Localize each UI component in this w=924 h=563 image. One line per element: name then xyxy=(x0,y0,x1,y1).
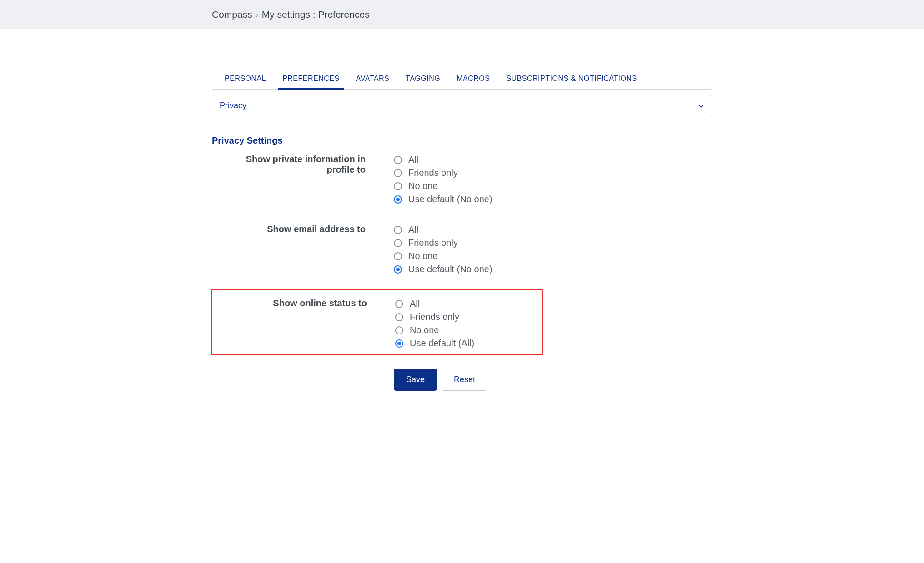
subsection-select[interactable]: Privacy xyxy=(212,95,712,116)
radio-option[interactable]: Friends only xyxy=(394,166,712,179)
radio-input[interactable] xyxy=(394,239,402,247)
radio-input[interactable] xyxy=(394,252,402,260)
option-list: AllFriends onlyNo oneUse default (No one… xyxy=(394,153,712,206)
radio-label: No one xyxy=(408,251,438,261)
option-list: AllFriends onlyNo oneUse default (No one… xyxy=(394,223,712,276)
tab-personal[interactable]: PERSONAL xyxy=(225,70,266,89)
breadcrumb-root[interactable]: Compass xyxy=(212,9,252,20)
radio-label: All xyxy=(408,224,418,235)
setting-label: Show online status to xyxy=(212,297,395,309)
radio-option[interactable]: Friends only xyxy=(394,236,712,249)
radio-option[interactable]: Use default (All) xyxy=(395,337,542,350)
subsection-select-value: Privacy xyxy=(220,101,246,110)
radio-label: All xyxy=(408,154,418,165)
setting-group: Show email address toAllFriends onlyNo o… xyxy=(212,219,712,289)
setting-group: Show private information in profile toAl… xyxy=(212,149,712,219)
radio-label: No one xyxy=(410,325,439,335)
chevron-right-icon: › xyxy=(256,11,258,19)
setting-label: Show email address to xyxy=(212,223,394,234)
tab-preferences[interactable]: PREFERENCES xyxy=(282,70,340,89)
radio-option[interactable]: No one xyxy=(394,179,712,193)
setting-label: Show private information in profile to xyxy=(212,153,394,175)
radio-input[interactable] xyxy=(394,226,402,234)
radio-option[interactable]: Friends only xyxy=(395,310,542,324)
radio-option[interactable]: All xyxy=(394,153,712,166)
radio-input[interactable] xyxy=(395,326,403,334)
radio-option[interactable]: No one xyxy=(394,249,712,263)
radio-input[interactable] xyxy=(395,300,403,308)
option-list: AllFriends onlyNo oneUse default (All) xyxy=(395,297,542,350)
radio-input[interactable] xyxy=(394,195,402,204)
tab-subscriptions[interactable]: SUBSCRIPTIONS & NOTIFICATIONS xyxy=(506,70,637,89)
radio-input[interactable] xyxy=(394,265,402,274)
tab-bar: PERSONAL PREFERENCES AVATARS TAGGING MAC… xyxy=(212,70,712,90)
radio-label: Friends only xyxy=(408,238,458,248)
tab-avatars[interactable]: AVATARS xyxy=(356,70,389,89)
radio-option[interactable]: All xyxy=(395,297,542,310)
save-button[interactable]: Save xyxy=(394,369,437,391)
chevron-down-icon xyxy=(698,103,704,109)
radio-option[interactable]: No one xyxy=(395,324,542,337)
radio-option[interactable]: Use default (No one) xyxy=(394,263,712,276)
breadcrumb-current: My settings : Preferences xyxy=(262,9,370,20)
tab-tagging[interactable]: TAGGING xyxy=(406,70,440,89)
radio-label: Friends only xyxy=(410,312,459,322)
setting-group: Show online status toAllFriends onlyNo o… xyxy=(211,289,543,355)
radio-input[interactable] xyxy=(395,313,403,321)
radio-label: All xyxy=(410,299,420,309)
radio-label: Friends only xyxy=(408,168,458,178)
radio-label: Use default (No one) xyxy=(408,264,492,274)
radio-input[interactable] xyxy=(394,182,402,190)
radio-option[interactable]: Use default (No one) xyxy=(394,193,712,206)
tab-macros[interactable]: MACROS xyxy=(457,70,490,89)
radio-label: Use default (All) xyxy=(410,338,474,349)
radio-input[interactable] xyxy=(395,339,403,348)
radio-input[interactable] xyxy=(394,156,402,164)
reset-button[interactable]: Reset xyxy=(442,369,487,391)
radio-label: No one xyxy=(408,181,438,191)
section-title: Privacy Settings xyxy=(212,135,712,146)
radio-label: Use default (No one) xyxy=(408,194,492,204)
radio-option[interactable]: All xyxy=(394,223,712,236)
radio-input[interactable] xyxy=(394,169,402,177)
breadcrumb: Compass › My settings : Preferences xyxy=(162,9,762,20)
